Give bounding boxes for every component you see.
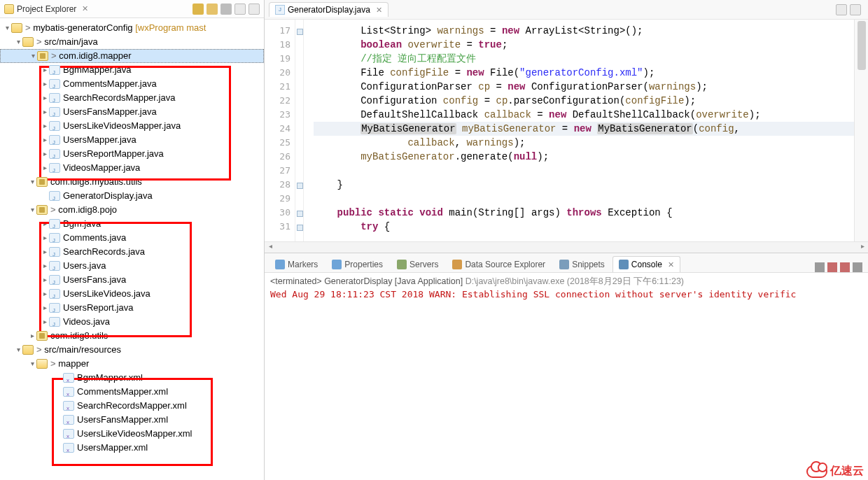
view-menu-icon[interactable] — [220, 3, 232, 15]
chevron-icon[interactable] — [28, 357, 36, 371]
tree-item[interactable]: UsersReportMapper.java — [0, 147, 264, 161]
maximize-icon[interactable] — [850, 4, 861, 15]
tree-label: > com.idig8.mapper — [51, 49, 132, 63]
chevron-icon[interactable] — [41, 161, 49, 175]
tree-item[interactable]: Users.java — [0, 259, 264, 273]
chevron-icon[interactable] — [41, 147, 49, 161]
bottom-tab-properties[interactable]: Properties — [326, 256, 389, 272]
tree-item[interactable]: UsersFansMapper.java — [0, 105, 264, 119]
chevron-icon[interactable] — [3, 21, 11, 35]
chevron-icon[interactable] — [41, 105, 49, 119]
tree-item[interactable]: UsersMapper.java — [0, 133, 264, 147]
tab-label: Data Source Explorer — [465, 260, 545, 269]
overview-ruler[interactable] — [854, 20, 868, 241]
tree-item[interactable]: SearchRecordsMapper.xml — [0, 399, 264, 413]
remove-launch-icon[interactable] — [827, 262, 837, 272]
pkg-icon — [36, 331, 48, 341]
chevron-icon[interactable] — [41, 273, 49, 287]
chevron-icon[interactable] — [41, 315, 49, 329]
chevron-icon[interactable] — [41, 119, 49, 133]
tree-item[interactable]: SearchRecordsMapper.java — [0, 91, 264, 105]
bottom-tab-markers[interactable]: Markers — [269, 256, 324, 272]
tree-item[interactable]: > mybatis-generatorConfig [wxProgram mas… — [0, 21, 264, 35]
tree-item[interactable]: > com.idig8.mapper — [0, 49, 264, 63]
explorer-header: Project Explorer ✕ — [0, 0, 264, 18]
link-editor-icon[interactable] — [192, 3, 204, 15]
chevron-icon[interactable] — [41, 231, 49, 245]
bottom-tab-data-source-explorer[interactable]: Data Source Explorer — [446, 256, 552, 272]
tree-label: com.idig8.mybatis.utils — [50, 175, 142, 189]
tree-item[interactable]: com.idig8.mybatis.utils — [0, 175, 264, 189]
tree-item[interactable]: UsersFansMapper.xml — [0, 413, 264, 427]
tree-item[interactable]: Comments.java — [0, 231, 264, 245]
close-icon[interactable]: ✕ — [376, 6, 382, 15]
line-gutter[interactable]: 171819202122232425262728293031 — [265, 20, 295, 241]
console-body[interactable]: <terminated> GeneratorDisplay [Java Appl… — [265, 273, 868, 480]
pin-console-icon[interactable] — [815, 262, 825, 272]
collapse-all-icon[interactable] — [206, 3, 218, 15]
chevron-icon[interactable] — [41, 259, 49, 273]
tree-item[interactable]: UsersReport.java — [0, 301, 264, 315]
tree-item[interactable]: > src/main/java — [0, 35, 264, 49]
chevron-icon[interactable] — [41, 91, 49, 105]
tree-item[interactable]: com.idig8.utils — [0, 329, 264, 343]
chevron-icon[interactable] — [41, 63, 49, 77]
tab-icon — [452, 260, 462, 269]
java-icon — [49, 135, 60, 145]
fold-strip[interactable] — [295, 20, 304, 241]
chevron-icon[interactable] — [41, 245, 49, 259]
bottom-tab-console[interactable]: Console✕ — [612, 256, 680, 272]
chevron-icon[interactable] — [41, 133, 49, 147]
minimize-icon[interactable] — [836, 4, 847, 15]
maximize-icon[interactable] — [248, 3, 260, 15]
tree-item[interactable]: BgmMapper.xml — [0, 371, 264, 385]
remove-all-launches-icon[interactable] — [840, 262, 850, 272]
view-menu-icon[interactable] — [853, 262, 862, 272]
scroll-thumb[interactable] — [858, 21, 866, 70]
java-icon — [49, 303, 60, 313]
tree-item[interactable]: CommentsMapper.xml — [0, 385, 264, 399]
tree-item[interactable]: Videos.java — [0, 315, 264, 329]
tree-item[interactable]: > src/main/resources — [0, 343, 264, 357]
console-output-line: Wed Aug 29 18:11:23 CST 2018 WARN: Estab… — [270, 289, 862, 299]
tree-item[interactable]: Bgm.java — [0, 217, 264, 231]
chevron-icon[interactable] — [14, 35, 22, 49]
scroll-right-icon[interactable]: ▸ — [857, 242, 868, 253]
scroll-left-icon[interactable]: ◂ — [265, 242, 276, 253]
minimize-icon[interactable] — [234, 3, 246, 15]
tree-item[interactable]: > com.idig8.pojo — [0, 203, 264, 217]
tree-item[interactable]: UsersFans.java — [0, 273, 264, 287]
chevron-icon[interactable] — [41, 77, 49, 91]
tree-item[interactable]: UsersLikeVideosMapper.java — [0, 119, 264, 133]
xml-icon — [63, 415, 74, 425]
tree-item[interactable]: VideosMapper.java — [0, 161, 264, 175]
bottom-tab-snippets[interactable]: Snippets — [553, 256, 611, 272]
tree-item[interactable]: BgmMapper.java — [0, 63, 264, 77]
tab-icon — [397, 260, 407, 269]
tree-item[interactable]: > mapper — [0, 357, 264, 371]
chevron-icon[interactable] — [28, 175, 36, 189]
tree-item[interactable]: CommentsMapper.java — [0, 77, 264, 91]
tab-icon — [619, 260, 629, 269]
chevron-icon[interactable] — [41, 217, 49, 231]
chevron-icon[interactable] — [29, 49, 37, 63]
chevron-icon[interactable] — [14, 343, 22, 357]
tree-item[interactable]: GeneratorDisplay.java — [0, 189, 264, 203]
bottom-tab-servers[interactable]: Servers — [391, 256, 444, 272]
horizontal-scrollbar[interactable]: ◂ ▸ — [265, 241, 868, 253]
chevron-icon[interactable] — [41, 301, 49, 315]
tree-item[interactable]: UsersMapper.xml — [0, 441, 264, 455]
tree-label: SearchRecordsMapper.xml — [77, 399, 187, 413]
editor-tab-active[interactable]: J GeneratorDisplay.java ✕ — [269, 2, 388, 17]
code-editor[interactable]: List<String> warnings = new ArrayList<St… — [304, 20, 854, 241]
explorer-title: Project Explorer — [17, 4, 76, 14]
tree-item[interactable]: UsersLikeVideosMapper.xml — [0, 427, 264, 441]
file-tree[interactable]: > mybatis-generatorConfig [wxProgram mas… — [0, 18, 264, 480]
chevron-icon[interactable] — [28, 203, 36, 217]
tree-item[interactable]: SearchRecords.java — [0, 245, 264, 259]
tree-item[interactable]: UsersLikeVideos.java — [0, 287, 264, 301]
chevron-icon[interactable] — [28, 329, 36, 343]
close-icon[interactable]: ✕ — [668, 260, 674, 269]
close-icon[interactable]: ✕ — [82, 4, 88, 13]
chevron-icon[interactable] — [41, 287, 49, 301]
